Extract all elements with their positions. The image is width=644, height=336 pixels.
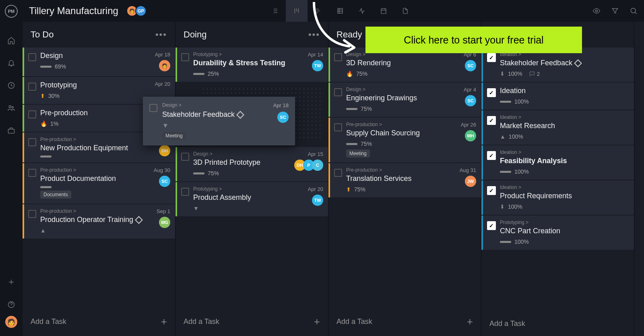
view-board-icon[interactable]	[286, 0, 308, 22]
progress-bar-icon	[40, 186, 52, 188]
user-avatar[interactable]: 🧑	[5, 316, 17, 328]
eye-icon[interactable]	[592, 7, 601, 15]
search-icon[interactable]	[630, 7, 638, 15]
column-ready: Ready••• Design >3D Rendering🔥75%Apr 6SC…	[328, 22, 481, 336]
assignee-avatar[interactable]: SC	[277, 112, 289, 123]
svg-point-7	[595, 10, 597, 12]
task-checkbox[interactable]	[149, 104, 157, 112]
clock-icon[interactable]	[0, 74, 23, 97]
floating-task-card[interactable]: Design > Stakeholder Feedback ▼ Meeting …	[143, 97, 295, 145]
task-card[interactable]: Pre-production >Supply Chain Sourcing75%…	[328, 118, 481, 163]
add-task-button[interactable]: Add a Task+	[328, 307, 481, 336]
task-card[interactable]: Design69%Apr 18🧑	[23, 48, 175, 77]
task-card[interactable]: Design >Engineering Drawings75%Apr 4SC	[328, 83, 481, 118]
view-file-icon[interactable]	[394, 0, 416, 22]
task-checkbox[interactable]	[181, 188, 189, 196]
task-checkbox[interactable]	[28, 169, 36, 177]
task-checkbox[interactable]	[487, 221, 496, 230]
column-title: Doing	[184, 29, 206, 40]
assignee-avatar[interactable]: TW	[312, 195, 323, 206]
help-icon[interactable]	[0, 293, 23, 316]
priority-up-icon: ⬆	[40, 93, 45, 99]
priority-down-icon: ▼	[193, 205, 199, 212]
column-menu-icon[interactable]: •••	[155, 29, 167, 40]
assignee-avatar[interactable]: C	[312, 160, 323, 171]
task-card[interactable]: Ideation >Feasibility Analysis100%	[481, 145, 634, 180]
bell-icon[interactable]	[0, 52, 23, 74]
progress-bar-icon	[500, 171, 511, 173]
priority-down-icon: ⬇	[500, 203, 505, 210]
home-icon[interactable]	[0, 29, 23, 52]
plus-icon[interactable]	[0, 271, 23, 293]
assignee-avatar[interactable]: MH	[465, 130, 476, 141]
assignee-avatar[interactable]: SC	[159, 176, 170, 187]
task-checkbox[interactable]	[28, 83, 36, 91]
add-task-button[interactable]: Add a Task	[481, 311, 634, 336]
view-calendar-icon[interactable]	[373, 0, 394, 22]
cta-banner[interactable]: Click here to start your free trial	[365, 27, 582, 53]
task-card[interactable]: Prototyping >Product Assembly▼Apr 20TW	[175, 182, 328, 217]
progress-bar-icon	[40, 156, 52, 158]
left-rail: PM 🧑	[0, 0, 23, 336]
task-checkbox[interactable]	[487, 186, 496, 195]
task-card[interactable]: Design >3D Printed Prototype75%Apr 15DHP…	[175, 147, 328, 182]
briefcase-icon[interactable]	[0, 119, 23, 142]
add-task-button[interactable]: Add a Task+	[23, 307, 175, 336]
project-title: Tillery Manufacturing	[29, 5, 118, 17]
task-card[interactable]: Ideation100%	[481, 83, 634, 110]
assignee-avatar[interactable]: SC	[465, 95, 476, 106]
task-card[interactable]: Ideation >Market Research▲100%	[481, 110, 634, 145]
task-checkbox[interactable]	[28, 110, 36, 118]
milestone-icon	[574, 59, 582, 67]
assignee-avatar[interactable]: SC	[465, 60, 476, 71]
task-card[interactable]: Prototyping >Durability & Stress Testing…	[175, 48, 328, 83]
task-checkbox[interactable]	[334, 88, 342, 96]
people-icon[interactable]	[0, 97, 23, 119]
task-checkbox[interactable]	[28, 53, 36, 61]
kanban-board: To Do••• Design69%Apr 18🧑 Prototyping⬆30…	[23, 22, 644, 336]
task-checkbox[interactable]	[487, 151, 496, 160]
progress-bar-icon	[193, 73, 204, 75]
column-done: Done Ideation >Stakeholder Feedback ⬇100…	[481, 22, 634, 336]
column-title: To Do	[31, 29, 54, 40]
assignee-avatar[interactable]: TW	[312, 60, 323, 71]
progress-bar-icon	[500, 101, 511, 103]
assignee-avatar[interactable]: 🧑	[159, 60, 170, 71]
task-checkbox[interactable]	[334, 169, 342, 177]
plus-icon: +	[467, 315, 473, 328]
priority-fire-icon: 🔥	[346, 71, 353, 77]
add-task-button[interactable]: Add a Task+	[175, 307, 328, 336]
task-card[interactable]: Pre-production >Production Operator Trai…	[23, 204, 175, 239]
member-avatars[interactable]: 🧑 GP	[126, 5, 147, 17]
priority-up-icon: ▲	[500, 133, 506, 140]
assignee-avatar[interactable]: MG	[159, 217, 170, 228]
task-checkbox[interactable]	[487, 88, 496, 97]
task-card[interactable]: Pre-production >Translation Services⬆75%…	[328, 163, 481, 198]
progress-bar-icon	[40, 66, 52, 68]
task-checkbox[interactable]	[181, 153, 189, 161]
task-card[interactable]: Pre-production >Product DocumentationDoc…	[23, 163, 175, 204]
topbar-actions	[592, 7, 638, 15]
task-card[interactable]: Ideation >Product Requirements⬇100%	[481, 180, 634, 216]
assignee-avatar[interactable]: JW	[465, 176, 476, 187]
task-checkbox[interactable]	[28, 210, 36, 218]
milestone-icon	[236, 111, 244, 119]
view-list-icon[interactable]	[264, 0, 286, 22]
column-doing: Doing••• Prototyping >Durability & Stres…	[175, 22, 328, 336]
column-todo: To Do••• Design69%Apr 18🧑 Prototyping⬆30…	[23, 22, 175, 336]
task-checkbox[interactable]	[334, 123, 342, 131]
task-checkbox[interactable]	[487, 116, 496, 125]
progress-bar-icon	[193, 172, 204, 174]
app-logo[interactable]: PM	[5, 5, 18, 18]
task-checkbox[interactable]	[181, 53, 189, 61]
filter-icon[interactable]	[611, 7, 619, 15]
task-checkbox[interactable]	[487, 53, 496, 62]
assignee-avatar[interactable]: DH	[159, 145, 170, 156]
task-card[interactable]: Prototyping >CNC Part Creation100%	[481, 216, 634, 251]
milestone-icon	[135, 216, 143, 224]
task-checkbox[interactable]	[28, 138, 36, 146]
comments-icon[interactable]: 2	[529, 71, 540, 77]
priority-down-icon: ▼	[162, 122, 273, 129]
arrow-annotation-icon	[310, 0, 370, 56]
priority-down-icon: ⬇	[500, 71, 505, 77]
